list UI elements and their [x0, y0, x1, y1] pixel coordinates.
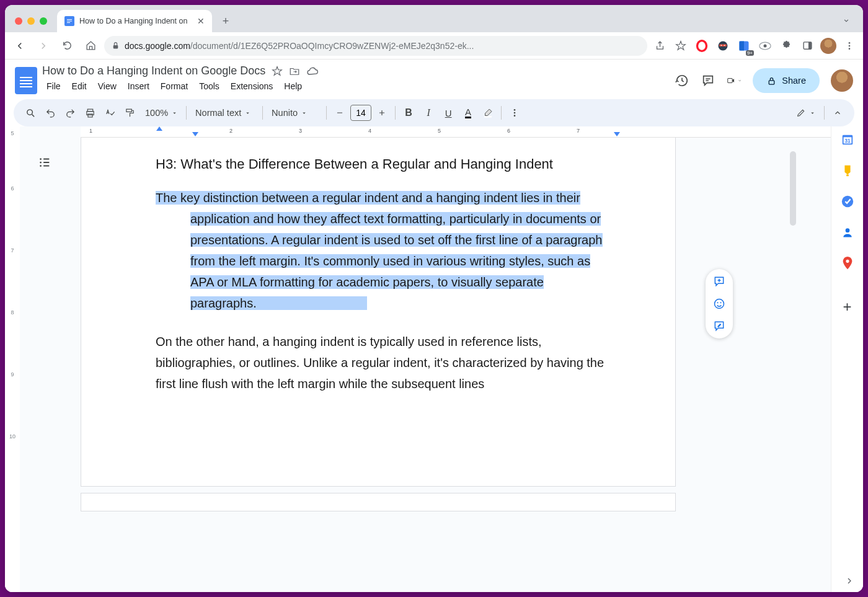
sidepanel-icon[interactable]: [799, 37, 816, 55]
google-docs-app: How to Do a Hanging Indent on Google Doc…: [5, 60, 863, 592]
undo-button[interactable]: [41, 104, 60, 122]
browser-tab[interactable]: How to Do a Hanging Indent on ✕: [57, 10, 212, 32]
forward-button[interactable]: [33, 36, 53, 56]
extensions-puzzle-icon[interactable]: [777, 37, 795, 55]
new-tab-button[interactable]: +: [217, 12, 234, 30]
menu-help[interactable]: Help: [280, 79, 306, 94]
maps-sidebar-icon[interactable]: [841, 257, 854, 270]
maximize-window-button[interactable]: [40, 17, 47, 25]
url-input[interactable]: docs.google.com/document/d/1EZ6Q52PROaOQ…: [104, 36, 647, 56]
minimize-window-button[interactable]: [27, 17, 35, 25]
svg-point-28: [514, 115, 516, 117]
menu-extensions[interactable]: Extensions: [226, 79, 277, 94]
scrollbar[interactable]: [790, 133, 797, 244]
close-window-button[interactable]: [15, 17, 22, 25]
document-outline-button[interactable]: [33, 151, 56, 174]
svg-point-15: [849, 42, 851, 44]
document-page-next[interactable]: [81, 493, 676, 511]
vertical-ruler[interactable]: 5 6 7 8 9 10: [5, 126, 20, 592]
menu-bar: File Edit View Insert Format Tools Exten…: [42, 77, 670, 94]
more-tools-button[interactable]: [505, 104, 524, 122]
hide-sidepanel-button[interactable]: [844, 576, 854, 586]
profile-avatar[interactable]: [820, 37, 837, 55]
svg-point-29: [40, 158, 42, 160]
comments-icon[interactable]: [701, 73, 715, 88]
first-line-indent-marker[interactable]: [156, 126, 162, 131]
editor-area: 5 6 7 8 9 10 1 2 3 4 5 6 7: [5, 126, 863, 592]
font-size-input[interactable]: 14: [350, 105, 371, 121]
underline-button[interactable]: U: [439, 104, 458, 122]
text-color-button[interactable]: A: [459, 104, 477, 122]
redo-button[interactable]: [61, 104, 79, 122]
bold-button[interactable]: B: [399, 104, 418, 122]
move-icon[interactable]: [289, 66, 300, 77]
suggest-edit-button[interactable]: [712, 319, 727, 334]
document-title[interactable]: How to Do a Hanging Indent on Google Doc…: [42, 64, 265, 77]
paint-format-button[interactable]: [120, 104, 139, 122]
contacts-sidebar-icon[interactable]: [841, 226, 854, 239]
svg-point-8: [724, 45, 725, 46]
svg-rect-14: [808, 42, 811, 49]
font-select[interactable]: Nunito: [267, 108, 322, 118]
increase-font-button[interactable]: [373, 104, 391, 122]
menu-insert[interactable]: Insert: [123, 79, 154, 94]
opera-extension-icon[interactable]: [693, 37, 711, 55]
home-button[interactable]: [81, 36, 100, 56]
menu-edit[interactable]: Edit: [68, 79, 91, 94]
browser-menu-button[interactable]: [841, 37, 858, 55]
document-scroll-area[interactable]: 1 2 3 4 5 6 7 H3: What's the Difference …: [20, 126, 831, 592]
star-icon[interactable]: [272, 66, 283, 77]
ninja-extension-icon[interactable]: [714, 37, 732, 55]
svg-point-34: [720, 302, 722, 303]
share-button[interactable]: Share: [753, 68, 820, 93]
eye-extension-icon[interactable]: [756, 37, 774, 55]
svg-rect-2: [67, 22, 70, 23]
hanging-indent-marker[interactable]: [192, 132, 198, 136]
search-menus-button[interactable]: [21, 104, 40, 122]
collapse-toolbar-button[interactable]: [828, 104, 847, 122]
tabs-overflow-button[interactable]: [842, 16, 858, 32]
window-controls: [10, 17, 52, 32]
print-button[interactable]: [81, 104, 99, 122]
extension-badge: 9+: [746, 50, 754, 56]
zoom-select[interactable]: 100%: [140, 108, 182, 118]
cloud-status-icon[interactable]: [306, 65, 319, 77]
menu-tools[interactable]: Tools: [195, 79, 224, 94]
document-page[interactable]: H3: What's the Difference Between a Regu…: [81, 138, 676, 487]
svg-point-27: [514, 112, 516, 114]
docs-logo[interactable]: [15, 67, 37, 94]
editing-mode-button[interactable]: [791, 108, 820, 118]
keep-sidebar-icon[interactable]: [841, 164, 854, 177]
highlight-color-button[interactable]: [479, 104, 497, 122]
calendar-sidebar-icon[interactable]: 31: [841, 133, 854, 146]
tasks-sidebar-icon[interactable]: [841, 195, 854, 208]
spellcheck-button[interactable]: [100, 104, 119, 122]
add-emoji-button[interactable]: [712, 296, 727, 311]
add-comment-button[interactable]: [712, 274, 727, 289]
history-icon[interactable]: [675, 73, 689, 88]
lock-icon: [112, 42, 120, 50]
svg-rect-23: [87, 113, 92, 117]
right-indent-marker[interactable]: [614, 132, 620, 136]
blue-extension-icon[interactable]: 9+: [735, 37, 753, 55]
tab-close-button[interactable]: ✕: [197, 16, 205, 26]
back-button[interactable]: [10, 36, 30, 56]
selected-text-line1: The key distinction between a regular in…: [156, 191, 556, 205]
account-avatar[interactable]: [831, 69, 853, 92]
svg-point-7: [721, 45, 722, 46]
svg-point-41: [846, 260, 849, 263]
paragraph-style-select[interactable]: Normal text: [190, 108, 259, 118]
get-addons-button[interactable]: +: [841, 300, 854, 314]
svg-rect-6: [719, 44, 727, 46]
share-page-icon[interactable]: [651, 37, 668, 55]
italic-button[interactable]: I: [419, 104, 438, 122]
horizontal-ruler[interactable]: 1 2 3 4 5 6 7: [81, 126, 831, 138]
menu-view[interactable]: View: [94, 79, 121, 94]
meet-button[interactable]: [727, 73, 742, 88]
decrease-font-button[interactable]: [330, 104, 349, 122]
bookmark-icon[interactable]: [672, 37, 689, 55]
svg-rect-18: [728, 79, 732, 83]
menu-file[interactable]: File: [42, 79, 65, 94]
reload-button[interactable]: [57, 36, 77, 56]
menu-format[interactable]: Format: [156, 79, 192, 94]
